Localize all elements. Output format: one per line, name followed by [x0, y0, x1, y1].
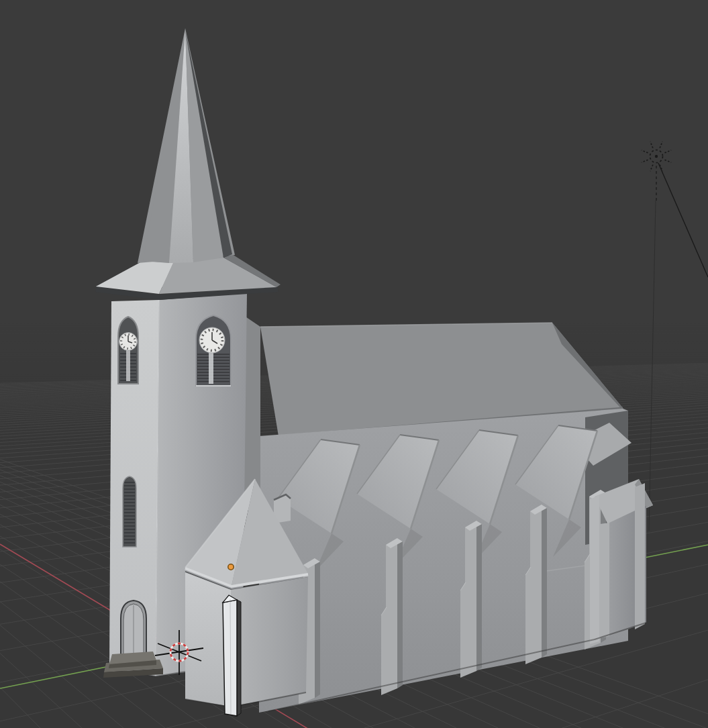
door-steps[interactable]	[103, 652, 163, 678]
object-origin-point[interactable]	[228, 564, 234, 570]
porch-door-side	[237, 600, 241, 716]
clock-mullion-front	[126, 350, 130, 381]
buttress-side-face	[315, 558, 320, 698]
buttress-side-face	[542, 505, 547, 658]
viewport-3d[interactable]	[0, 0, 708, 728]
porch-door-front[interactable]	[223, 600, 237, 716]
clock-mullion-side	[209, 352, 213, 384]
light-center-dot	[655, 155, 658, 158]
chapel-pier-right	[635, 483, 645, 629]
buttress-side-face	[476, 521, 482, 671]
chapel-pier-left	[590, 495, 599, 644]
east-chapel[interactable]	[590, 479, 653, 644]
tower-door[interactable]	[121, 601, 146, 658]
porch-door[interactable]	[223, 595, 241, 716]
clock-window-front[interactable]	[118, 317, 138, 384]
clock-window-side[interactable]	[196, 315, 231, 386]
porch-wall-south[interactable]	[231, 577, 308, 707]
lancet-window[interactable]	[123, 476, 136, 547]
buttress-side-face	[397, 538, 403, 688]
